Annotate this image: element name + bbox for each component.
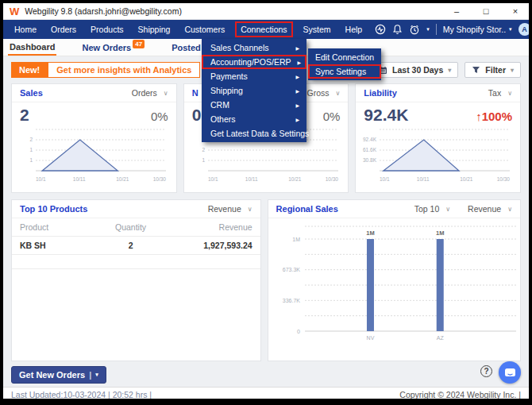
cell-quantity: 2 [103, 241, 159, 250]
chevron-down-icon: ∨ [445, 206, 450, 213]
date-range-button[interactable]: Last 30 Days ▾ [372, 62, 458, 78]
svg-text:336.7K: 336.7K [282, 298, 300, 303]
svg-text:10/11: 10/11 [73, 176, 86, 182]
menu-item-shipping[interactable]: Shipping ▶ [202, 83, 306, 98]
cell-product: KB SH [20, 241, 103, 250]
svg-text:10/11: 10/11 [417, 176, 430, 182]
menu-item-crm[interactable]: CRM ▶ [202, 98, 306, 112]
menu-item-label: Payments [210, 71, 248, 81]
last-updated-text: Last Updated:10-03-2024 | 20:52 hrs | [11, 390, 152, 399]
menu-item-payments[interactable]: Payments ▶ [202, 69, 306, 83]
svg-text:10/21: 10/21 [461, 176, 474, 182]
chat-widget-button[interactable] [499, 361, 521, 384]
menu-item-label: Others [210, 114, 236, 124]
svg-text:1: 1 [202, 157, 205, 163]
notifications-bell-icon[interactable] [392, 24, 403, 35]
store-caret-icon: ▾ [509, 26, 512, 33]
store-selector-label: My Shopify Stor.. [443, 25, 506, 34]
menu-item-others[interactable]: Others ▶ [202, 112, 306, 126]
nav-item-connections[interactable]: Connections [235, 21, 292, 37]
window-frame: W Webgility 9.8 (adarsh.johri@webgility.… [0, 0, 532, 405]
hidden-card-change: 0% [323, 110, 341, 123]
tab-dashboard-label: Dashboard [10, 42, 55, 52]
nav-item-customers[interactable]: Customers [183, 23, 226, 36]
avatar[interactable]: A [519, 23, 529, 36]
svg-text:10/21: 10/21 [116, 176, 129, 182]
sales-change: 0% [151, 110, 168, 123]
tab-dashboard[interactable]: Dashboard [8, 39, 56, 56]
chevron-down-icon: ∨ [164, 90, 168, 97]
webgility-logo-icon: W [10, 6, 19, 17]
svg-text:673.3K: 673.3K [282, 267, 300, 272]
chat-bubble-icon [504, 368, 516, 378]
svg-text:10/1: 10/1 [36, 176, 46, 182]
gross-metric-dropdown[interactable]: Gross ∨ [306, 88, 340, 98]
sales-card-title: Sales [20, 88, 43, 98]
get-new-orders-button[interactable]: Get New Orders | ▾ [11, 366, 106, 384]
help-button[interactable]: ? [480, 365, 492, 377]
scheduler-clock-icon[interactable] [409, 24, 420, 35]
menu-item-label: Shipping [210, 86, 243, 95]
title-bar: W Webgility 9.8 (adarsh.johri@webgility.… [3, 3, 529, 20]
submenu-item-edit-connection[interactable]: Edit Connection [308, 50, 381, 64]
products-metric-dropdown[interactable]: Revenue ∨ [208, 204, 253, 214]
gross-metric-value: Gross [306, 88, 329, 98]
maximize-button[interactable]: □ [474, 6, 498, 16]
lower-panels-row: Top 10 Products Revenue ∨ Product Quanti… [11, 199, 521, 361]
accounting-submenu: Edit Connection Sync Settings [308, 48, 381, 80]
cell-revenue: 1,927,593.24 [159, 241, 253, 250]
button-divider: | [89, 370, 91, 380]
regional-metric-dropdown[interactable]: Revenue ∨ [468, 204, 512, 214]
svg-text:10/30: 10/30 [325, 176, 338, 182]
get-new-orders-label: Get New Orders [19, 370, 85, 380]
new-badge: New! [11, 62, 48, 78]
menu-item-label: CRM [210, 100, 229, 110]
svg-text:61.6K: 61.6K [363, 147, 377, 152]
menu-item-accounting-pos-erp[interactable]: Accounting/POS/ERP ▶ [202, 55, 306, 69]
liability-change: ↑100% [476, 110, 512, 123]
menu-item-label: Get Latest Data & Settings [210, 129, 309, 138]
svg-text:2: 2 [29, 137, 33, 142]
scheduler-caret-icon[interactable]: ▾ [426, 26, 430, 33]
analytics-banner[interactable]: Get more insights with Analytics [48, 62, 200, 78]
table-header-row: Product Quantity Revenue [12, 218, 260, 237]
minimize-button[interactable]: – [445, 6, 468, 16]
close-button[interactable]: × [503, 6, 527, 16]
hidden-card-value: 0 [192, 106, 202, 125]
sales-metric-dropdown[interactable]: Orders ∨ [132, 88, 168, 98]
submenu-arrow-icon: ▶ [295, 45, 299, 51]
nav-item-shipping[interactable]: Shipping [137, 23, 172, 36]
hidden-card-title: N [192, 88, 199, 98]
table-empty-row [12, 255, 260, 269]
liability-card: Liability Tax ∨ 92.4K ↑100% 92.4K61.6K30… [355, 83, 521, 193]
regional-topn-dropdown[interactable]: Top 10 ∨ [414, 204, 450, 214]
nav-item-home[interactable]: Home [13, 23, 38, 36]
activity-icon[interactable] [375, 24, 386, 35]
svg-text:1: 1 [29, 147, 33, 152]
table-row[interactable]: KB SH 2 1,927,593.24 [12, 237, 260, 255]
tax-metric-dropdown[interactable]: Tax ∨ [488, 88, 512, 98]
copyright-text: Copyright © 2024 Webgility Inc. | [399, 390, 521, 399]
tax-metric-value: Tax [488, 88, 501, 98]
svg-text:10/1: 10/1 [380, 176, 390, 182]
menu-item-get-latest-data[interactable]: Get Latest Data & Settings [202, 126, 306, 141]
filter-button[interactable]: Filter ▾ [465, 62, 521, 78]
menu-item-label: Sales Channels [210, 43, 269, 52]
top-products-title: Top 10 Products [20, 204, 87, 214]
menu-item-sales-channels[interactable]: Sales Channels ▶ [202, 40, 306, 55]
nav-item-orders[interactable]: Orders [49, 23, 78, 36]
tab-new-orders[interactable]: New Orders 47 [80, 39, 146, 56]
nav-item-help[interactable]: Help [344, 23, 364, 36]
window-title: Webgility 9.8 (adarsh.johri@webgility.co… [25, 6, 439, 16]
chevron-down-icon: ▾ [448, 67, 451, 74]
store-selector[interactable]: My Shopify Stor.. ▾ [443, 25, 512, 34]
svg-text:10/21: 10/21 [288, 176, 302, 182]
col-revenue: Revenue [159, 222, 253, 232]
funnel-icon [472, 66, 480, 74]
svg-text:0: 0 [297, 329, 300, 334]
new-orders-count-badge: 47 [133, 40, 145, 48]
nav-item-system[interactable]: System [302, 23, 333, 36]
submenu-item-sync-settings[interactable]: Sync Settings [308, 64, 381, 79]
svg-text:10/30: 10/30 [153, 176, 167, 182]
nav-item-products[interactable]: Products [89, 23, 125, 36]
